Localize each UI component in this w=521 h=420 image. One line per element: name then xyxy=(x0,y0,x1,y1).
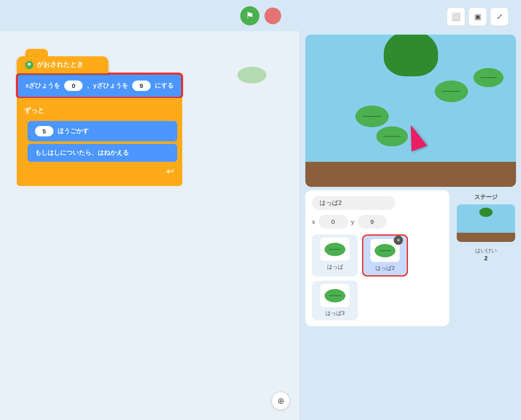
toolbar-center xyxy=(240,6,281,25)
x-label: x xyxy=(312,218,315,225)
sprite-icon-happa3 xyxy=(320,284,350,307)
toolbar: ⬜ ▣ ⤢ xyxy=(0,0,521,31)
stage-count: 2 xyxy=(484,254,488,262)
right-bottom: x y はっぱ xyxy=(300,190,521,329)
loop-arrow-icon: ↩ xyxy=(22,164,177,179)
sprite-label-happa2: はっぱ2 xyxy=(375,264,395,272)
scene-ground xyxy=(305,162,516,187)
move-block[interactable]: 5 ほうごかす xyxy=(28,121,177,141)
sprite-icon-happa xyxy=(320,238,350,261)
sprite-name-input[interactable] xyxy=(312,196,395,210)
sprite-card-happa2[interactable]: ✕ はっぱ2 xyxy=(362,234,408,277)
code-panel: ⚑ がおされたとき xざひょうを 0 、yざひょうを 9 にする ずっと 5 ほ… xyxy=(0,31,300,420)
layout-buttons: ⬜ ▣ ⤢ xyxy=(447,8,508,26)
flag-icon-small: ⚑ xyxy=(25,61,33,69)
forever-block[interactable]: ずっと 5 ほうごかす もしはしについたら、はねかえる ↩ xyxy=(17,98,182,186)
x-coord-input[interactable] xyxy=(319,215,348,229)
tree-canopy xyxy=(384,35,438,76)
stage-thumb-label: ステージ xyxy=(474,194,498,201)
hat-block-label: がおされたとき xyxy=(37,60,83,69)
delete-badge[interactable]: ✕ xyxy=(394,236,403,245)
stage-preview xyxy=(305,35,516,187)
hat-block[interactable]: ⚑ がおされたとき xyxy=(17,56,108,73)
main-content: ⚑ がおされたとき xざひょうを 0 、yざひょうを 9 にする ずっと 5 ほ… xyxy=(0,31,521,420)
motion-suffix: にする xyxy=(155,82,174,90)
zoom-button[interactable]: ⊕ xyxy=(272,392,290,410)
sprite-card-happa[interactable]: はっぱ xyxy=(312,234,358,277)
blocks-area: ⚑ がおされたとき xざひょうを 0 、yざひょうを 9 にする ずっと 5 ほ… xyxy=(17,56,182,186)
stage-thumbnail[interactable] xyxy=(457,204,515,242)
y-input[interactable]: 9 xyxy=(132,80,151,91)
green-flag-button[interactable] xyxy=(240,6,259,25)
bounce-label: もしはしについたら、はねかえる xyxy=(35,149,129,156)
stage-bg-label: はいけい xyxy=(475,247,497,254)
motion-mid: 、yざひょうを xyxy=(87,82,128,90)
forever-label: ずっと xyxy=(22,103,177,118)
leaf-sprite-3 xyxy=(473,68,503,87)
sprite-label-happa3: はっぱ3 xyxy=(325,309,345,317)
motion-prefix: xざひょうを xyxy=(25,82,60,90)
sprite-panel: x y はっぱ xyxy=(305,190,449,326)
y-label: y xyxy=(351,218,355,225)
leaf-sprite-1 xyxy=(435,80,468,102)
stop-button[interactable] xyxy=(264,8,281,24)
motion-block[interactable]: xざひょうを 0 、yざひょうを 9 にする xyxy=(17,73,182,98)
leaf-sprite-2 xyxy=(355,106,389,127)
sprite-label-happa: はっぱ xyxy=(327,263,343,271)
stage-sidebar: ステージ はいけい 2 xyxy=(454,190,521,329)
layout-btn-3[interactable]: ⤢ xyxy=(490,8,508,26)
move-label: ほうごかす xyxy=(58,127,89,135)
x-input[interactable]: 0 xyxy=(64,80,83,91)
sprite-grid: はっぱ ✕ はっぱ2 xyxy=(312,234,443,320)
sprite-icon-happa2: ✕ xyxy=(370,239,400,262)
bounce-block[interactable]: もしはしについたら、はねかえる xyxy=(28,144,177,162)
coord-row: x y xyxy=(312,215,443,229)
layout-btn-1[interactable]: ⬜ xyxy=(447,8,465,26)
move-val[interactable]: 5 xyxy=(35,126,53,136)
right-panel: x y はっぱ xyxy=(300,31,521,420)
layout-btn-2[interactable]: ▣ xyxy=(468,8,487,26)
sprite-card-happa3[interactable]: はっぱ3 xyxy=(312,281,358,320)
y-coord-input[interactable] xyxy=(357,215,387,229)
sprite-name-row xyxy=(312,196,443,210)
deco-leaf-icon xyxy=(237,67,267,83)
